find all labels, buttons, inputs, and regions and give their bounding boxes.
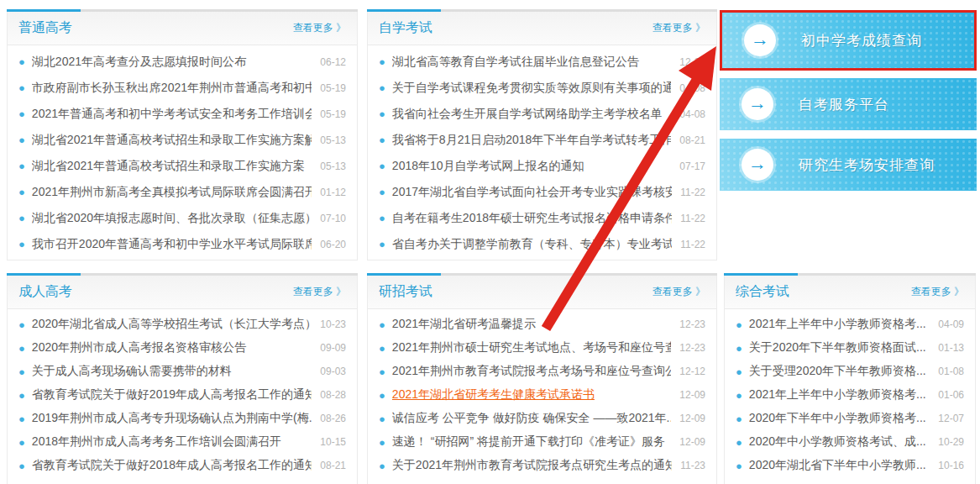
news-list: ●2021年上半年中小学教师资格考...04-09●关于2020年下半年教师资格…: [725, 309, 975, 477]
panel-top-line-accent: [7, 273, 81, 276]
news-link[interactable]: 湖北省2020年填报志愿时间、各批次录取（征集志愿）...: [32, 211, 312, 226]
news-link[interactable]: 湖北省高等教育自学考试往届毕业信息登记公告: [392, 55, 671, 70]
news-date: 08-26: [320, 413, 346, 424]
quick-link-label: 研究生考场安排查询: [799, 155, 935, 175]
news-link[interactable]: 2021年荆州市硕士研究生考试地点、考场号和座位号查...: [392, 340, 671, 355]
quick-link-junior-high-score-query[interactable]: → 初中学考成绩查询: [722, 13, 974, 68]
news-link[interactable]: 自考在籍考生2018年硕士研究生考试报名资格申请条件...: [392, 211, 672, 226]
view-more-link[interactable]: 查看更多 》: [652, 21, 705, 35]
news-item: ●关于2020年下半年教师资格面试...01-13: [736, 336, 964, 360]
news-link[interactable]: 2020年中小学教师资格考试、成...: [749, 434, 930, 450]
bullet-icon: ●: [379, 413, 385, 424]
arrow-circle-icon: →: [744, 24, 776, 56]
bullet-icon: ●: [379, 343, 385, 354]
news-link[interactable]: 2021年荆州市教育考试院报考点考场号和座位号查询公...: [392, 364, 671, 379]
news-date: 11-22: [680, 239, 705, 250]
bullet-icon: ●: [736, 319, 742, 330]
news-date: 10-29: [938, 436, 964, 448]
news-link[interactable]: 省自考办关于调整学前教育（专科、专升本）专业考试...: [392, 237, 672, 252]
panel-graduate-exam: 研招考试查看更多 》●2021年湖北省研考温馨提示12-23●2021年荆州市硕…: [367, 276, 717, 484]
panel-top-line-accent: [367, 273, 441, 276]
bullet-icon: ●: [18, 319, 25, 330]
news-link[interactable]: 2020年荆州市成人高考报名资格审核公告: [32, 340, 312, 355]
news-date: 04-08: [679, 108, 705, 120]
panel-title: 成人高考: [18, 283, 72, 301]
news-date: 06-12: [320, 56, 346, 68]
panel-header: 普通高考查看更多 》: [8, 12, 357, 45]
quick-link-label: 初中学考成绩查询: [801, 31, 922, 50]
right-arrow-icon: →: [748, 155, 767, 173]
news-date: 07-10: [320, 213, 346, 224]
panel-regular-gaokao: 普通高考查看更多 》●湖北2021年高考查分及志愿填报时间公布06-12●市政府…: [7, 12, 358, 260]
bullet-icon: ●: [379, 213, 385, 224]
news-link[interactable]: 省教育考试院关于做好2018年成人高考报名工作的通知: [32, 458, 312, 473]
quick-link-graduate-exam-room-query[interactable]: → 研究生考场安排查询: [720, 139, 977, 191]
view-more-link[interactable]: 查看更多 》: [293, 285, 346, 299]
news-link[interactable]: 2020年湖北省下半年中小学教师...: [749, 458, 930, 473]
news-link[interactable]: 速递！ “研招网” 将提前开通下载打印《准考证》服务: [392, 434, 671, 450]
news-link[interactable]: 我省向社会考生开展自学考试网络助学主考学校名单: [392, 107, 671, 122]
news-date: 05-19: [320, 82, 346, 94]
news-link[interactable]: 湖北省2021年普通高校考试招生和录取工作实施方案: [32, 159, 312, 174]
news-item: ●2020年湖北省下半年中小学教师...10-16: [736, 454, 964, 477]
news-link[interactable]: 关于2021年荆州市教育考试院报考点研究生考点的通知: [392, 458, 672, 473]
panel-header: 成人高考查看更多 》: [8, 276, 357, 309]
news-item: ●省教育考试院关于做好2019年成人高考报名工作的通知08-28: [18, 383, 346, 407]
news-link[interactable]: 2017年湖北省自学考试面向社会开考专业实践课考核安...: [392, 185, 672, 200]
news-link[interactable]: 2018年荆州市成人高考考务工作培训会圆满召开: [32, 434, 312, 450]
news-link[interactable]: 我省将于8月21日启动2018年下半年自学考试转考工作: [392, 133, 671, 148]
news-date: 12-23: [679, 318, 705, 330]
news-link[interactable]: 湖北2021年高考查分及志愿填报时间公布: [32, 55, 312, 70]
news-link[interactable]: 关于自学考试课程免考贯彻实质等效原则有关事项的通知: [392, 81, 671, 96]
news-link[interactable]: 关于2020年下半年教师资格面试...: [749, 340, 930, 355]
news-date: 01-12: [320, 187, 346, 198]
bullet-icon: ●: [18, 187, 25, 197]
news-link[interactable]: 2021年湖北省研考考生健康考试承诺书: [392, 387, 671, 402]
arrow-circle-icon: →: [742, 149, 773, 181]
news-link[interactable]: 诚信应考 公平竞争 做好防疫 确保安全 ——致2021年...: [392, 411, 671, 426]
news-item: ●2020年中小学教师资格考试、成...10-29: [736, 430, 964, 454]
view-more-link[interactable]: 查看更多 》: [911, 285, 964, 299]
news-link[interactable]: 2021年上半年中小学教师资格考...: [749, 317, 930, 332]
news-item: ●湖北2021年高考查分及志愿填报时间公布06-12: [18, 49, 346, 75]
panel-top-line: [724, 273, 976, 276]
quick-link-self-exam-service-platform[interactable]: → 自考服务平台: [720, 78, 977, 130]
news-date: 01-06: [938, 389, 964, 401]
news-link[interactable]: 省教育考试院关于做好2019年成人高考报名工作的通知: [32, 387, 312, 402]
panel-top-line-accent: [7, 9, 81, 12]
news-item: ●2018年荆州市成人高考考务工作培训会圆满召开10-15: [18, 430, 346, 454]
news-link[interactable]: 湖北省2021年普通高校考试招生和录取工作实施方案解...: [32, 133, 312, 148]
bullet-icon: ●: [18, 239, 25, 250]
news-date: 01-08: [938, 366, 964, 377]
news-link[interactable]: 2020年湖北省成人高等学校招生考试（长江大学考点）...: [32, 317, 312, 332]
news-item: ●我省向社会考生开展自学考试网络助学主考学校名单04-08: [379, 101, 705, 127]
news-item: ●2021年荆州市教育考试院报考点考场号和座位号查询公...12-12: [379, 360, 705, 383]
panel-header: 自学考试查看更多 》: [368, 12, 716, 45]
news-item: ●速递！ “研招网” 将提前开通下载打印《准考证》服务12-09: [379, 430, 705, 454]
news-link[interactable]: 2020年下半年中小学教师资格考...: [749, 411, 930, 426]
news-link[interactable]: 2021年普通高考和初中学考考试安全和考务工作培训会...: [32, 107, 312, 122]
panel-title: 自学考试: [379, 19, 432, 37]
news-item: ●2021年湖北省研考考生健康考试承诺书12-09: [379, 383, 705, 407]
news-date: 01-13: [938, 342, 964, 354]
news-link[interactable]: 市政府副市长孙玉秋出席2021年荆州市普通高考和初中...: [32, 81, 312, 96]
news-link[interactable]: 2018年10月自学考试网上报名的通知: [392, 159, 671, 174]
view-more-link[interactable]: 查看更多 》: [293, 21, 346, 35]
exam-portal-page: 普通高考查看更多 》●湖北2021年高考查分及志愿填报时间公布06-12●市政府…: [0, 0, 980, 484]
news-link[interactable]: 2019年荆州市成人高考专升现场确认点为荆南中学(梅...: [32, 411, 312, 426]
bullet-icon: ●: [736, 460, 742, 471]
bullet-icon: ●: [18, 366, 25, 377]
news-link[interactable]: 2021年上半年中小学教师资格考...: [749, 387, 930, 402]
news-list: ●2020年湖北省成人高等学校招生考试（长江大学考点）...10-23●2020…: [8, 309, 357, 477]
news-link[interactable]: 关于成人高考现场确认需要携带的材料: [32, 364, 312, 379]
panel-title: 综合考试: [736, 283, 789, 301]
news-link[interactable]: 2021年湖北省研考温馨提示: [392, 317, 671, 332]
news-date: 08-28: [320, 389, 346, 401]
view-more-link[interactable]: 查看更多 》: [652, 285, 705, 299]
news-item: ●2020年荆州市成人高考报名资格审核公告09-09: [18, 336, 346, 360]
news-link[interactable]: 2021年荆州市新高考全真模拟考试局际联席会圆满召开: [32, 185, 312, 200]
news-date: 05-13: [320, 160, 346, 172]
news-link[interactable]: 关于受理2020年下半年教师资格...: [749, 364, 930, 379]
news-link[interactable]: 我市召开2020年普通高考和初中学业水平考试局际联席...: [32, 237, 312, 252]
bullet-icon: ●: [18, 460, 25, 471]
